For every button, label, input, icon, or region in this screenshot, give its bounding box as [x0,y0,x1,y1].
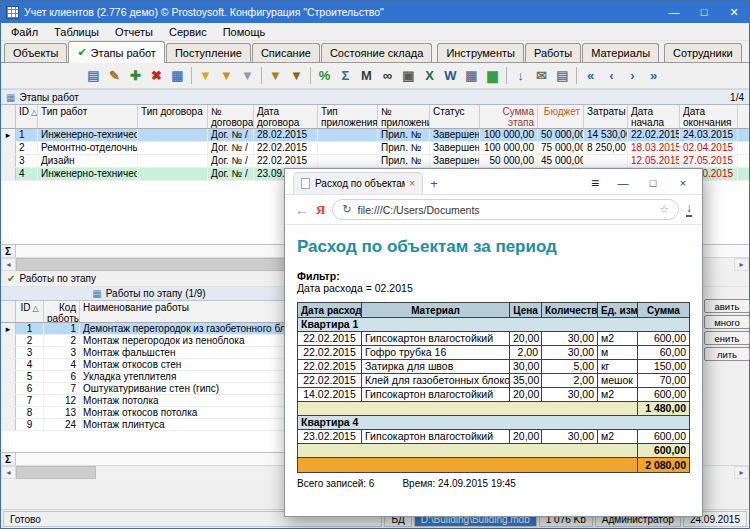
table-row[interactable]: ▸1Инженерно-техническиеДог. № /28.02.201… [1,129,749,142]
yandex-logo-icon[interactable]: Я [316,202,325,218]
menu-tables[interactable]: Таблицы [46,25,107,39]
column-header[interactable]: № приложения [378,105,430,128]
download-icon[interactable]: ↓ [686,203,692,217]
new-tab-button[interactable]: + [423,172,445,194]
add-record-icon[interactable]: ✚ [125,65,146,86]
sum-icon[interactable]: Σ [335,65,356,86]
row-selector[interactable] [1,347,16,358]
chart-icon[interactable]: ▆ [482,65,503,86]
mail-icon[interactable]: ✉ [531,65,552,86]
reload-icon[interactable]: ↻ [342,203,351,216]
nav-next-icon[interactable]: › [622,65,643,86]
edit-record-icon[interactable]: ✎ [104,65,125,86]
column-header[interactable]: ID△ [16,105,38,128]
tab-tools[interactable]: Инструменты [437,43,524,62]
column-header[interactable]: Затраты [584,105,628,128]
column-header[interactable]: Тип договора [138,105,208,128]
excel-export-icon[interactable]: X [419,65,440,86]
tab-stock[interactable]: Состояние склада [321,43,432,62]
tab-employees[interactable]: Сотрудники [664,43,742,62]
column-header[interactable]: Дата договора [254,105,318,128]
column-header[interactable]: Код работы [44,301,80,322]
tab-receipt[interactable]: Поступление [166,43,251,62]
tab-writeoff[interactable]: Списание [252,43,320,62]
search-icon[interactable]: M [356,65,377,86]
nav-last-icon[interactable]: » [643,65,664,86]
table-row[interactable]: 33Монтаж фальшстен [1,347,297,359]
table-row[interactable]: 2Ремонтно-отделочныеДог. № /22.02.2015Пр… [1,142,749,155]
browser-tab[interactable]: Расход по объектам × [293,172,423,194]
edit-button[interactable]: енить [704,331,750,345]
percent-icon[interactable]: % [314,65,335,86]
row-selector[interactable] [1,371,16,382]
scroll-right-icon[interactable]: ▸ [734,258,749,271]
nav-first-icon[interactable]: « [580,65,601,86]
row-selector[interactable] [1,419,16,430]
nav-prev-icon[interactable]: ‹ [601,65,622,86]
table-row[interactable]: 44Монтаж откосов стен [1,359,297,371]
delete-record-icon[interactable]: ✖ [146,65,167,86]
delete-button[interactable]: лить [704,347,750,361]
filter-remove-icon[interactable]: ▼ [286,65,307,86]
menu-service[interactable]: Сервис [161,25,215,39]
row-selector[interactable] [1,168,16,180]
row-selector[interactable] [1,395,16,406]
table-row[interactable]: 56Укладка утеплителя [1,371,297,383]
table-row[interactable]: 67Оштукатуривание стен (гипс) [1,383,297,395]
scroll-left-icon[interactable]: ◂ [1,466,16,479]
form-view-icon[interactable]: ▤ [83,65,104,86]
column-header[interactable]: Наименование работы [80,301,297,322]
tab-materials[interactable]: Материалы [582,43,659,62]
menu-reports[interactable]: Отчеты [107,25,161,39]
back-icon[interactable]: ← [295,202,309,218]
sort-desc-icon[interactable]: ↓ [510,65,531,86]
tab-works[interactable]: Работы [525,43,581,62]
grid-view-icon[interactable]: ▦ [461,65,482,86]
browser-menu-icon[interactable]: ≡ [582,172,608,194]
title-bar[interactable]: Учет клиентов (2.776 демо) © Prostoysoft… [1,1,749,23]
table-columns-icon[interactable]: ▦ [167,65,188,86]
column-header[interactable]: Бюджет [538,105,584,128]
binoculars-icon[interactable]: ∞ [377,65,398,86]
row-selector[interactable]: ▸ [1,323,16,334]
table-row[interactable]: 712Монтаж потолка [1,395,297,407]
tab-close-icon[interactable]: × [409,178,415,189]
minimize-button[interactable]: — [659,1,689,23]
column-header[interactable]: ID△ [16,301,44,322]
column-header[interactable]: Дата начала [628,105,680,128]
table-row[interactable]: 924Монтаж плинтуса [1,419,297,431]
print-icon[interactable]: ▣ [398,65,419,86]
table-row[interactable]: 3ДизайнДог. № /22.02.2015Прил. №Завершен… [1,155,749,168]
column-header[interactable]: № договора [208,105,254,128]
browser-close-button[interactable]: × [668,172,698,194]
row-selector[interactable] [1,155,16,167]
filter-clear-icon[interactable]: ▼ [237,65,258,86]
browser-maximize-button[interactable]: □ [638,172,668,194]
maxim ize-button[interactable]: □ [689,1,719,23]
scroll-thumb[interactable] [16,466,96,479]
filter-icon[interactable]: ▼ [195,65,216,86]
row-selector[interactable] [1,407,16,418]
row-selector[interactable] [1,142,16,154]
bookmark-star-icon[interactable]: ☆ [659,203,669,216]
row-selector[interactable]: ▸ [1,129,16,141]
scroll-right-icon[interactable]: ▸ [734,466,749,479]
column-header[interactable]: Сумма этапа [480,105,538,128]
close-button[interactable]: ✕ [719,1,749,23]
browser-minimize-button[interactable]: — [608,172,638,194]
scroll-left-icon[interactable]: ◂ [1,258,16,271]
column-header[interactable]: Тип приложения [318,105,378,128]
add-many-button[interactable]: много [704,315,750,329]
menu-file[interactable]: Файл [3,25,46,39]
tab-stages[interactable]: ✔Этапы работ [68,41,165,63]
add-button[interactable]: авить [704,299,750,313]
filter-add-icon[interactable]: ▼ [265,65,286,86]
table-row[interactable]: 22Монтаж перегородок из пеноблока [1,335,297,347]
column-header[interactable]: Дата окончания [680,105,738,128]
address-field[interactable]: ↻ file:///C:/Users/Documents ☆ [332,199,679,220]
column-header[interactable]: Статус [430,105,480,128]
row-selector[interactable] [1,383,16,394]
column-header[interactable]: Тип работ [38,105,138,128]
tab-objects[interactable]: Объекты [4,43,67,62]
menu-help[interactable]: Помощь [215,25,274,39]
